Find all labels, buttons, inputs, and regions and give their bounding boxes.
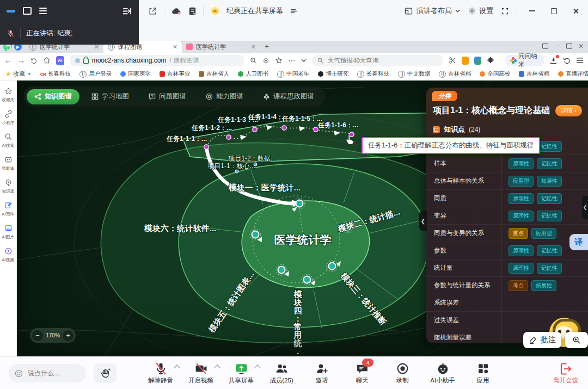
bookmark-item[interactable]: 中文数据: [398, 70, 430, 78]
task-label[interactable]: 任务1-1-6：...: [317, 121, 358, 129]
chevron-up-icon[interactable]: [254, 365, 260, 371]
task-label[interactable]: 任务1-1-2：...: [191, 124, 232, 132]
toolbar-button-chat[interactable]: 聊天4: [348, 362, 376, 385]
quick-search-box[interactable]: [312, 55, 443, 66]
bookmark-star-icon[interactable]: [275, 57, 283, 64]
edge-collapse-handle[interactable]: ❮: [582, 196, 588, 219]
bookmark-item[interactable]: 吉林事业: [160, 70, 190, 78]
extensions-puzzle-icon[interactable]: [487, 57, 494, 64]
panel-window-icon[interactable]: [23, 7, 32, 15]
knowledge-point-row[interactable]: 同质与变异的关系重点应用型: [426, 225, 588, 242]
knowledge-point-row[interactable]: 变异原理性记忆性: [426, 207, 588, 225]
zoom-page-icon[interactable]: [250, 57, 257, 64]
browser-tab[interactable]: 医学统计学✕: [182, 41, 260, 53]
bookmark-item[interactable]: 用户登录: [79, 70, 112, 78]
chevron-up-icon[interactable]: [174, 365, 180, 371]
tab-close-icon[interactable]: ✕: [251, 44, 256, 51]
bookmark-item[interactable]: 人卫图书: [238, 70, 268, 78]
scissors-icon[interactable]: [449, 57, 456, 64]
sidebar-item-knowledge[interactable]: 知识库: [0, 178, 16, 194]
raise-hand-button[interactable]: [94, 363, 117, 383]
browser-minimize-button[interactable]: [555, 46, 560, 46]
close-button[interactable]: [568, 4, 583, 18]
forward-icon[interactable]: →: [17, 56, 25, 65]
back-icon[interactable]: ←: [4, 56, 12, 65]
annotate-button[interactable]: 批注: [523, 332, 561, 348]
course-center-label[interactable]: 医学统计学: [274, 233, 332, 246]
project-label[interactable]: 项目1-2：数据...: [228, 155, 275, 162]
extension-icon[interactable]: [462, 57, 469, 65]
toolbar-button-mic-off[interactable]: 解除静音: [147, 362, 174, 385]
sidebar-item-search[interactable]: AI搜索: [0, 133, 16, 149]
zoom-in-button[interactable]: +: [63, 330, 74, 341]
settings-button[interactable]: 设置: [468, 6, 493, 16]
home-icon[interactable]: [43, 57, 51, 64]
refresh-icon[interactable]: [30, 57, 38, 64]
graph-nav-map[interactable]: 学习地图: [84, 89, 137, 104]
sidebar-item-write[interactable]: AI写作: [0, 201, 16, 217]
chevron-down-icon[interactable]: [301, 59, 307, 62]
detail-button[interactable]: 详情 ›: [555, 105, 582, 116]
quick-search-input[interactable]: [327, 57, 438, 64]
quick-chat-box[interactable]: [9, 364, 86, 382]
toolbar-button-screen-share[interactable]: 共享屏幕: [228, 362, 255, 385]
knowledge-point-row[interactable]: 系统误差: [426, 294, 588, 312]
knowledge-point-row[interactable]: 总体与样本的关系应用型拓展性: [426, 172, 588, 190]
browser-close-button[interactable]: [579, 44, 584, 48]
graph-nav-ability[interactable]: 能力图谱: [198, 89, 251, 104]
panel-collapse-handle[interactable]: ❮: [419, 211, 427, 231]
toolbar-button-cam-off[interactable]: 开启视频: [187, 362, 215, 385]
bookmark-item[interactable]: 吉林省人: [199, 70, 229, 78]
toolbar-button-invite[interactable]: 邀请: [308, 362, 335, 385]
reader-icon[interactable]: [262, 57, 270, 64]
bookmark-item[interactable]: 吉林省档: [519, 70, 549, 78]
knowledge-point-row[interactable]: 统计量原理性记忆性: [426, 260, 588, 277]
minimize-button[interactable]: [525, 4, 539, 18]
graph-nav-clover[interactable]: 课程思政图谱: [255, 89, 322, 104]
sidebar-item-link[interactable]: 小程序: [0, 110, 16, 126]
new-tab-button[interactable]: +: [265, 42, 269, 51]
sidebar-item-agent[interactable]: 智能体: [0, 156, 16, 171]
panel-minimize-icon[interactable]: [7, 10, 15, 13]
tab-close-icon[interactable]: ✕: [173, 44, 177, 51]
translate-button[interactable]: 译: [569, 234, 588, 250]
module-label[interactable]: 模块四：常用统...: [293, 289, 303, 357]
menu-icon[interactable]: [576, 57, 584, 64]
bookmark-item[interactable]: CR长春科技: [40, 70, 71, 78]
chevron-up-icon[interactable]: [214, 365, 220, 371]
document-icon[interactable]: [188, 7, 197, 16]
toolbar-button-apps[interactable]: 应用: [469, 362, 497, 385]
module-label[interactable]: 模块六：统计软件...: [144, 224, 217, 233]
task-label[interactable]: 任务1-1-1：...: [166, 135, 207, 143]
sidebar-item-image[interactable]: AI图片: [0, 224, 16, 240]
maximize-button[interactable]: [547, 4, 561, 18]
toolbar-button-members[interactable]: 成员(25): [268, 362, 295, 385]
nano-assistant-button[interactable]: 问问纳米: [506, 55, 544, 66]
graph-nav-network[interactable]: 知识图谱: [27, 89, 79, 104]
bookmark-item[interactable]: 全国高校: [480, 70, 510, 78]
bookmark-item[interactable]: 吉林省档: [439, 70, 471, 78]
quick-chat-input[interactable]: [27, 369, 75, 378]
toolbar-button-ai-assistant[interactable]: AI小助手: [429, 362, 456, 385]
leave-meeting-button[interactable]: 离开会议: [553, 362, 578, 385]
knowledge-point-row[interactable]: 同质原理性记忆性: [426, 190, 588, 207]
layout-selector[interactable]: 演讲者布局: [404, 6, 460, 16]
magnify-button[interactable]: [565, 332, 588, 348]
url-bar[interactable]: mooc2-ans.chaoxing.com / 课程图谱: [70, 55, 244, 66]
bookmark-item[interactable]: 中国老年: [277, 70, 309, 78]
panel-menu-icon[interactable]: [39, 8, 47, 15]
bookmark-item[interactable]: 直播详情: [558, 70, 588, 78]
extension-icon[interactable]: [474, 57, 481, 65]
more-icon[interactable]: ⋯: [288, 56, 296, 65]
downloads-icon[interactable]: [549, 57, 558, 65]
knowledge-graph-canvas[interactable]: 任务1-1-1：... 任务1-1-2：... 任务1-1-3：... 任务1-…: [17, 81, 588, 357]
sidebar-item-star[interactable]: 收藏夹: [0, 87, 16, 103]
panel-collapse-icon[interactable]: [122, 7, 132, 15]
module-label[interactable]: 模块一：医学统计...: [228, 183, 301, 192]
zoom-out-button[interactable]: −: [32, 330, 43, 341]
tab-group-icon[interactable]: [542, 43, 548, 49]
bookmark-item[interactable]: 长春科技: [357, 70, 389, 78]
bookmark-item[interactable]: 博士研究: [318, 70, 348, 78]
ai-icon[interactable]: AI: [56, 56, 64, 65]
project-label[interactable]: 项目1-1：核心...: [207, 162, 255, 170]
